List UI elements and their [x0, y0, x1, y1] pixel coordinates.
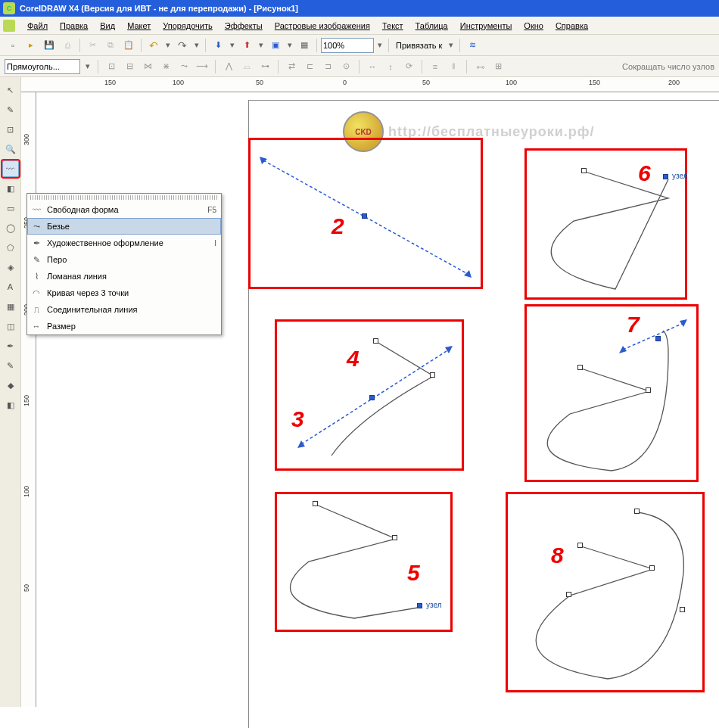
ruler-h-tick: 100 — [173, 79, 184, 86]
table-tool[interactable]: ▦ — [2, 298, 19, 315]
node-break-icon[interactable]: ⋇ — [158, 59, 173, 74]
menu-effects[interactable]: Эффекты — [219, 19, 269, 33]
reverse-icon[interactable]: ⇄ — [284, 59, 299, 74]
outline-tool[interactable]: ✎ — [2, 357, 19, 374]
extract-icon[interactable]: ⊏ — [302, 59, 317, 74]
ruler-v-tick: 50 — [23, 584, 30, 592]
zoom-dropdown-icon[interactable]: ▾ — [375, 40, 384, 50]
menu-help[interactable]: Справка — [549, 19, 594, 33]
rectangle-tool[interactable]: ▭ — [2, 200, 19, 216]
menu-window[interactable]: Окно — [518, 19, 549, 33]
elastic-icon[interactable]: ⧟ — [472, 59, 487, 74]
app-launcher-button[interactable]: ▣ — [267, 37, 284, 54]
line-to-curve-icon[interactable]: ⤳ — [176, 59, 191, 74]
svg-line-3 — [301, 350, 449, 444]
flyout-label: Безье — [47, 222, 216, 231]
canvas-area[interactable]: ⊕ 150 100 50 0 50 100 150 200 300 250 20… — [21, 77, 719, 707]
paste-button[interactable]: 📋 — [120, 37, 137, 54]
menu-text[interactable]: Текст — [376, 19, 409, 33]
select-all-icon[interactable]: ⊞ — [490, 59, 506, 74]
curve-to-line-icon[interactable]: ⟶ — [195, 59, 210, 74]
menu-tools[interactable]: Инструменты — [454, 19, 518, 33]
separator — [215, 60, 216, 73]
pick-tool[interactable]: ↖ — [2, 82, 19, 98]
control-node — [369, 395, 375, 400]
menu-bitmaps[interactable]: Растровые изображения — [269, 19, 376, 33]
separator — [205, 39, 206, 52]
align-h-icon[interactable]: ≡ — [428, 59, 443, 74]
ellipse-tool[interactable]: ◯ — [2, 219, 19, 236]
rotate-icon[interactable]: ⟳ — [401, 59, 416, 74]
dropdown-icon[interactable]: ▾ — [257, 40, 266, 50]
flyout-dimension[interactable]: ↔ Размер — [27, 318, 221, 334]
flyout-pen[interactable]: ✎ Перо — [27, 251, 221, 268]
flyout-freehand[interactable]: 〰 Свободная форма F5 — [27, 201, 221, 218]
menu-view[interactable]: Вид — [94, 19, 121, 33]
step6-curve — [528, 164, 683, 293]
flyout-label: Художественное оформление — [47, 238, 214, 247]
node-join-icon[interactable]: ⋈ — [140, 59, 155, 74]
flyout-connector[interactable]: ⎍ Соединительная линия — [27, 301, 221, 318]
import-button[interactable]: ⬇ — [210, 37, 226, 54]
zoom-tool[interactable]: 🔍 — [2, 141, 19, 157]
smooth-node-icon[interactable]: ⌓ — [239, 59, 254, 74]
zoom-input[interactable] — [321, 38, 374, 53]
interactive-tool[interactable]: ◫ — [2, 318, 19, 334]
undo-dropdown-icon[interactable]: ▾ — [163, 40, 173, 50]
redo-dropdown-icon[interactable]: ▾ — [192, 40, 201, 50]
snap-to-label[interactable]: Привязать к — [393, 41, 445, 50]
eyedropper-tool[interactable]: ✒ — [2, 338, 19, 354]
options-button[interactable]: ≋ — [464, 37, 481, 54]
standard-toolbar: ▫ ▸ 💾 ⎙ ✂ ⧉ 📋 ↶ ▾ ↷ ▾ ⬇ ▾ ⬆ ▾ ▣ ▾ ▦ ▾ Пр… — [0, 35, 719, 56]
open-button[interactable]: ▸ — [23, 37, 39, 54]
node-add-icon[interactable]: ⊡ — [104, 59, 119, 74]
menu-edit[interactable]: Правка — [54, 19, 94, 33]
control-node — [655, 336, 661, 341]
dropdown-icon[interactable]: ▾ — [285, 40, 294, 50]
flyout-artistic[interactable]: ✒ Художественное оформление I — [27, 235, 221, 251]
align-v-icon[interactable]: ⦀ — [446, 59, 461, 74]
shape-tool[interactable]: ✎ — [2, 101, 19, 118]
flyout-label: Кривая через 3 точки — [47, 288, 216, 297]
cut-button[interactable]: ✂ — [84, 37, 101, 54]
text-tool[interactable]: A — [2, 278, 19, 295]
freehand-flyout-tool[interactable]: 〰 — [2, 160, 19, 177]
flyout-grip[interactable] — [30, 195, 218, 200]
extend-icon[interactable]: ⊐ — [320, 59, 335, 74]
flyout-bezier[interactable]: ⤳ Безье — [27, 218, 221, 235]
print-button[interactable]: ⎙ — [59, 37, 76, 54]
interactive-fill-tool[interactable]: ◧ — [2, 397, 19, 413]
node-delete-icon[interactable]: ⊟ — [122, 59, 137, 74]
fill-tool[interactable]: ◆ — [2, 377, 19, 394]
shape-select[interactable] — [5, 59, 80, 74]
flyout-polyline[interactable]: ⌇ Ломаная линия — [27, 268, 221, 285]
flyout-3point[interactable]: ◠ Кривая через 3 точки — [27, 285, 221, 301]
basic-shapes-tool[interactable]: ◈ — [2, 259, 19, 275]
polygon-tool[interactable]: ⬠ — [2, 239, 19, 256]
menu-table[interactable]: Таблица — [409, 19, 454, 33]
save-button[interactable]: 💾 — [41, 37, 58, 54]
menu-layout[interactable]: Макет — [121, 19, 157, 33]
new-button[interactable]: ▫ — [5, 37, 21, 54]
menu-file[interactable]: Файл — [21, 19, 54, 33]
menu-arrange[interactable]: Упорядочить — [157, 19, 218, 33]
undo-button[interactable]: ↶ — [145, 37, 162, 54]
redo-button[interactable]: ↷ — [174, 37, 191, 54]
copy-button[interactable]: ⧉ — [102, 37, 119, 54]
separator — [388, 39, 389, 52]
cusp-node-icon[interactable]: ⋀ — [221, 59, 236, 74]
shape-dropdown-icon[interactable]: ▾ — [83, 61, 92, 71]
snap-dropdown-icon[interactable]: ▾ — [447, 40, 456, 50]
close-curve-icon[interactable]: ⊙ — [338, 59, 353, 74]
crop-tool[interactable]: ⊡ — [2, 121, 19, 138]
export-button[interactable]: ⬆ — [238, 37, 255, 54]
stretch-h-icon[interactable]: ↔ — [365, 59, 380, 74]
ruler-v-tick: 100 — [23, 486, 30, 497]
symmetric-node-icon[interactable]: ⊶ — [257, 59, 272, 74]
welcome-button[interactable]: ▦ — [296, 37, 313, 54]
stretch-v-icon[interactable]: ↕ — [383, 59, 398, 74]
separator — [359, 60, 360, 73]
smart-fill-tool[interactable]: ◧ — [2, 180, 19, 197]
svg-marker-2 — [464, 270, 472, 278]
dropdown-icon[interactable]: ▾ — [228, 40, 237, 50]
